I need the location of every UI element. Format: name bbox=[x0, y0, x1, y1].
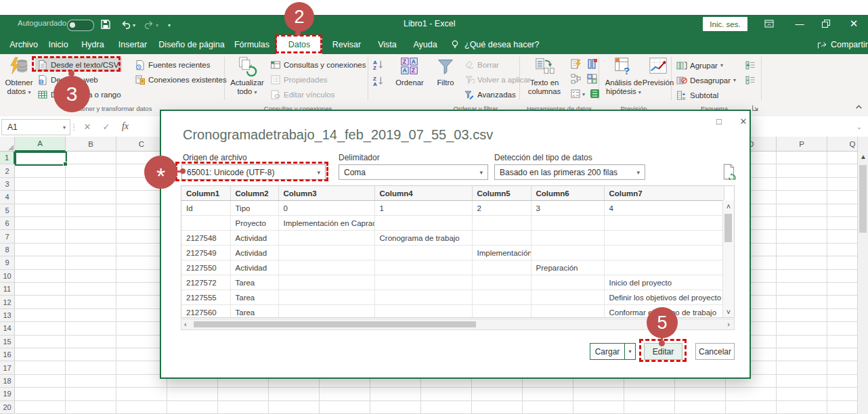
autosave-toggle[interactable] bbox=[67, 20, 94, 31]
sort-button[interactable]: ZAAZ Ordenar bbox=[390, 56, 429, 110]
flash-fill-icon[interactable] bbox=[570, 58, 582, 70]
hide-detail-icon[interactable]: - bbox=[745, 74, 756, 86]
share-button[interactable]: Compartir bbox=[817, 35, 868, 54]
row-header-4[interactable]: 4 bbox=[0, 191, 15, 204]
preview-scroll-up-icon[interactable]: ˄ bbox=[723, 202, 734, 210]
row-header-16[interactable]: 16 bbox=[0, 348, 15, 361]
preview-hscroll-thumb[interactable] bbox=[194, 321, 476, 327]
row-header-1[interactable]: 1 bbox=[0, 152, 15, 164]
svg-text:A: A bbox=[403, 67, 407, 74]
what-if-analysis-button[interactable]: ? Análisis de hipótesis ▾ bbox=[603, 56, 645, 110]
row-header-11[interactable]: 11 bbox=[0, 283, 15, 296]
restore-button-icon[interactable] bbox=[821, 18, 831, 29]
name-box-dropdown-icon[interactable]: ▾ bbox=[63, 124, 66, 131]
row-header-3[interactable]: 3 bbox=[0, 178, 15, 191]
column-header-P[interactable]: P bbox=[777, 137, 827, 152]
fill-handle[interactable] bbox=[63, 162, 68, 166]
quick-access-more-icon[interactable]: ▾ bbox=[168, 22, 171, 28]
show-detail-icon[interactable]: + bbox=[745, 60, 756, 71]
queries-connections-button[interactable]: Consultas y conexiones bbox=[268, 58, 368, 72]
row-header-6[interactable]: 6 bbox=[0, 217, 15, 230]
outline-dialog-launcher-icon[interactable] bbox=[752, 104, 759, 112]
name-box[interactable]: A1 ▾ bbox=[1, 119, 70, 135]
row-header-13[interactable]: 13 bbox=[0, 309, 15, 322]
delimiter-select[interactable]: Coma▾ bbox=[339, 164, 488, 180]
remove-duplicates-icon[interactable] bbox=[586, 58, 598, 70]
tab-archivo[interactable]: Archivo bbox=[7, 35, 41, 54]
row-header-18[interactable]: 18 bbox=[0, 375, 15, 388]
undo-icon[interactable] bbox=[121, 19, 131, 30]
row-header-12[interactable]: 12 bbox=[0, 296, 15, 308]
data-validation-dropdown-icon[interactable]: ▾ bbox=[582, 91, 585, 97]
tab-dise-o-de-p-gina[interactable]: Diseño de página bbox=[156, 35, 227, 54]
tab-f-rmulas[interactable]: Fórmulas bbox=[230, 35, 274, 54]
row-header-7[interactable]: 7 bbox=[0, 230, 15, 243]
annotation-circle-step5: 5 bbox=[647, 307, 678, 338]
preview-table-cell: Id bbox=[181, 201, 230, 216]
preview-vertical-scrollbar[interactable]: ˄ ˅ bbox=[722, 200, 734, 317]
sheet-vertical-scrollbar[interactable]: ▲ bbox=[857, 137, 868, 414]
refresh-preview-icon[interactable] bbox=[722, 164, 737, 180]
row-header-5[interactable]: 5 bbox=[0, 204, 15, 217]
column-header-B[interactable]: B bbox=[66, 137, 116, 152]
existing-connections-button[interactable]: Conexiones existentes bbox=[133, 72, 229, 87]
forecast-sheet-button[interactable]: Previsión bbox=[645, 56, 672, 110]
row-header-17[interactable]: 17 bbox=[0, 361, 15, 374]
row-header-9[interactable]: 9 bbox=[0, 256, 15, 269]
row-header-15[interactable]: 15 bbox=[0, 336, 15, 348]
tab-revisar[interactable]: Revisar bbox=[325, 35, 368, 54]
save-icon[interactable] bbox=[100, 19, 111, 30]
scroll-up-icon[interactable]: ▲ bbox=[858, 153, 868, 160]
group-button[interactable]: Agrupar ▾ bbox=[674, 58, 725, 72]
load-split-dropdown[interactable]: ▾ bbox=[624, 343, 636, 360]
filter-button[interactable]: Filtro bbox=[431, 56, 460, 110]
expand-formula-bar-icon[interactable]: ⌄ bbox=[852, 119, 867, 134]
text-to-columns-button[interactable]: Texto en columnas bbox=[523, 56, 566, 110]
tab-vista[interactable]: Vista bbox=[371, 35, 404, 54]
relationships-icon[interactable] bbox=[570, 73, 582, 85]
preview-scroll-thumb[interactable] bbox=[724, 214, 732, 242]
sort-descending-icon[interactable]: ZA bbox=[372, 75, 384, 87]
load-button[interactable]: Cargar bbox=[590, 343, 624, 360]
dialog-maximize-icon[interactable]: □ bbox=[711, 114, 727, 129]
preview-scroll-down-icon[interactable]: ˅ bbox=[723, 308, 734, 316]
collapse-ribbon-icon[interactable] bbox=[854, 103, 863, 112]
recent-sources-button[interactable]: Fuentes recientes bbox=[133, 58, 212, 72]
insert-function-icon[interactable]: fx bbox=[118, 119, 133, 134]
row-header-19[interactable]: 19 bbox=[0, 388, 15, 400]
preview-table-cell: 1 bbox=[374, 201, 472, 216]
ribbon-display-options-icon[interactable] bbox=[764, 18, 775, 29]
advanced-filter-button[interactable]: Avanzadas bbox=[462, 87, 518, 101]
tab-inicio[interactable]: Inicio bbox=[43, 35, 73, 54]
cancel-button[interactable]: Cancelar bbox=[695, 343, 735, 360]
row-header-10[interactable]: 10 bbox=[0, 270, 15, 283]
preview-table-cell: 2127548 bbox=[181, 231, 230, 246]
ungroup-button[interactable]: Desagrupar ▾ bbox=[674, 73, 738, 87]
undo-dropdown-icon[interactable]: ▾ bbox=[133, 22, 135, 28]
subtotal-button[interactable]: += Subtotal bbox=[674, 88, 720, 102]
consolidate-icon[interactable] bbox=[586, 73, 598, 85]
close-button[interactable]: ✕ bbox=[848, 18, 860, 30]
refresh-all-button[interactable]: Actualizar todo ▾ bbox=[227, 56, 267, 110]
preview-scroll-right-icon[interactable]: › bbox=[727, 320, 730, 328]
tab-insertar[interactable]: Insertar bbox=[112, 35, 153, 54]
tell-me-search[interactable]: ¿Qué desea hacer? bbox=[450, 35, 540, 54]
forecast-chart-icon bbox=[648, 56, 668, 76]
minimize-button[interactable]: — bbox=[794, 18, 806, 30]
type-detection-select[interactable]: Basado en las primeras 200 filas▾ bbox=[494, 164, 645, 180]
row-header-8[interactable]: 8 bbox=[0, 244, 15, 256]
select-all-corner[interactable] bbox=[0, 137, 15, 152]
data-validation-icon[interactable] bbox=[570, 88, 582, 99]
sign-in-button[interactable]: Inic. ses. bbox=[703, 17, 747, 31]
row-header-20[interactable]: 20 bbox=[0, 401, 15, 414]
scroll-thumb[interactable] bbox=[859, 165, 867, 233]
row-header-14[interactable]: 14 bbox=[0, 322, 15, 335]
preview-scroll-left-icon[interactable]: ‹ bbox=[184, 320, 187, 328]
manage-data-model-icon[interactable] bbox=[589, 88, 601, 99]
column-header-A[interactable]: A bbox=[15, 137, 66, 152]
row-header-2[interactable]: 2 bbox=[0, 164, 15, 177]
dialog-close-icon[interactable]: ✕ bbox=[735, 114, 752, 129]
tab-ayuda[interactable]: Ayuda bbox=[406, 35, 444, 54]
tab-hydra[interactable]: Hydra bbox=[76, 35, 110, 54]
sort-ascending-icon[interactable]: AZ bbox=[372, 59, 384, 70]
